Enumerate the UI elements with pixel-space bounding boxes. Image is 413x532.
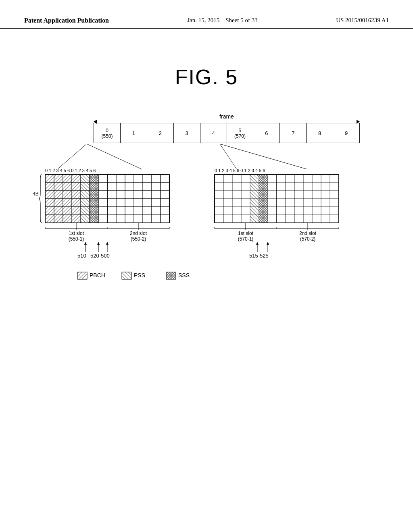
svg-marker-106 bbox=[256, 242, 259, 245]
svg-rect-115 bbox=[166, 272, 176, 279]
svg-line-2 bbox=[220, 144, 237, 169]
subframe-5: 5 (570) bbox=[227, 123, 253, 143]
svg-text:500: 500 bbox=[101, 253, 110, 259]
page-header: Patent Application Publication Jan. 15, … bbox=[0, 0, 413, 29]
subframe-0-code: (550) bbox=[101, 133, 113, 139]
svg-text:1st slot: 1st slot bbox=[238, 231, 254, 236]
svg-text:0 1 2 3 4 5 6 0 1 2 3 4 5 6: 0 1 2 3 4 5 6 0 1 2 3 4 5 6 bbox=[45, 168, 96, 173]
frame-label: frame bbox=[219, 113, 234, 120]
subframe-0: 0 (550) bbox=[94, 123, 120, 143]
fig-title: FIG. 5 bbox=[175, 65, 238, 89]
subframe-9: 9 bbox=[333, 123, 360, 143]
svg-text:(550-1): (550-1) bbox=[69, 236, 84, 242]
svg-text:PBCH: PBCH bbox=[90, 272, 105, 278]
subframe-4: 4 bbox=[200, 123, 227, 143]
main-diagram-svg: 0 1 2 3 4 5 6 0 1 2 3 4 5 6 bbox=[33, 143, 380, 328]
subframe-7: 7 bbox=[280, 123, 306, 143]
subframes-row: 0 (550) 1 2 3 4 5 (570) 6 7 8 9 bbox=[94, 123, 360, 143]
svg-line-3 bbox=[220, 144, 307, 169]
svg-marker-109 bbox=[267, 242, 269, 245]
svg-text:PSS: PSS bbox=[134, 272, 145, 278]
svg-text:(570-2): (570-2) bbox=[300, 236, 316, 242]
subframe-0-num: 0 bbox=[106, 127, 108, 133]
subframe-6: 6 bbox=[253, 123, 280, 143]
header-patent-number: US 2015/0016239 A1 bbox=[336, 16, 389, 25]
header-date-sheet: Jan. 15, 2015 Sheet 5 of 33 bbox=[187, 16, 258, 25]
header-publication-label: Patent Application Publication bbox=[24, 16, 109, 25]
svg-text:0 1 2 3 4 5 6 0 1 2 3 4 5 6: 0 1 2 3 4 5 6 0 1 2 3 4 5 6 bbox=[215, 168, 265, 173]
svg-line-1 bbox=[87, 144, 142, 169]
svg-text:515: 515 bbox=[249, 253, 258, 259]
figure-container: FIG. 5 frame 0 (550) 1 2 3 4 5 (570) 6 7… bbox=[0, 33, 413, 330]
svg-text:(570-1): (570-1) bbox=[238, 236, 254, 242]
subframe-3: 3 bbox=[173, 123, 200, 143]
frame-arrow-line bbox=[94, 122, 360, 122]
svg-text:510: 510 bbox=[77, 253, 86, 259]
subframe-1: 1 bbox=[120, 123, 147, 143]
svg-rect-111 bbox=[77, 272, 87, 279]
svg-line-0 bbox=[57, 144, 87, 169]
svg-text:6RB: 6RB bbox=[33, 191, 39, 197]
svg-marker-66 bbox=[97, 242, 100, 245]
svg-text:525: 525 bbox=[260, 253, 269, 259]
subframe-2: 2 bbox=[147, 123, 173, 143]
svg-text:1st slot: 1st slot bbox=[69, 231, 84, 236]
svg-text:SSS: SSS bbox=[178, 272, 190, 278]
svg-rect-113 bbox=[122, 272, 131, 279]
subframe-8: 8 bbox=[306, 123, 333, 143]
svg-text:520: 520 bbox=[90, 253, 99, 259]
svg-text:2nd slot: 2nd slot bbox=[299, 231, 317, 236]
svg-text:(550-2): (550-2) bbox=[131, 236, 146, 242]
svg-marker-69 bbox=[106, 242, 108, 245]
svg-marker-63 bbox=[84, 242, 87, 245]
svg-text:2nd slot: 2nd slot bbox=[130, 231, 147, 236]
